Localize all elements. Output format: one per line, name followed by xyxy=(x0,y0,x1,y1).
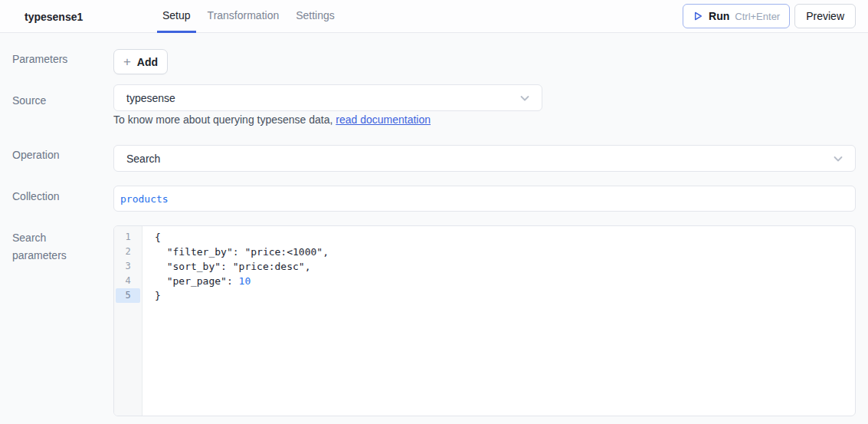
source-value: typesense xyxy=(126,92,175,104)
tab-transformation[interactable]: Transformation xyxy=(202,0,285,33)
query-name[interactable]: typesense1 xyxy=(25,0,83,33)
collection-value: products xyxy=(120,193,169,205)
helper-prefix: To know more about querying typesense da… xyxy=(113,113,336,126)
code-line[interactable]: { xyxy=(155,230,855,245)
query-editor-header: typesense1 SetupTransformationSettings R… xyxy=(0,0,868,33)
run-button[interactable]: Run Ctrl+Enter xyxy=(683,4,790,28)
code-line[interactable]: "per_page": 10 xyxy=(155,274,855,288)
chevron-down-icon xyxy=(519,92,531,104)
editor-gutter: 12345 xyxy=(114,226,142,416)
code-line[interactable]: "sort_by": "price:desc", xyxy=(155,259,855,274)
code-token: } xyxy=(155,290,161,301)
add-label: Add xyxy=(137,56,158,68)
source-label: Source xyxy=(12,92,46,110)
code-token: "per_page": xyxy=(155,275,239,287)
run-shortcut: Ctrl+Enter xyxy=(735,11,780,22)
read-documentation-link[interactable]: read documentation xyxy=(336,113,431,126)
operation-value: Search xyxy=(126,153,160,165)
code-token: "sort_by": "price:desc", xyxy=(155,261,311,272)
chevron-down-icon xyxy=(832,153,844,165)
play-icon xyxy=(693,11,703,21)
search-parameters-label-line2: parameters xyxy=(12,247,67,265)
operation-select[interactable]: Search xyxy=(113,145,856,172)
preview-label: Preview xyxy=(806,10,844,22)
line-number: 1 xyxy=(114,230,142,245)
code-token: { xyxy=(155,232,161,243)
line-number: 5 xyxy=(116,288,140,303)
operation-label: Operation xyxy=(12,146,59,164)
code-token: "filter_by": "price:<1000", xyxy=(155,246,329,258)
code-token: 10 xyxy=(239,275,251,287)
header-actions: Run Ctrl+Enter Preview xyxy=(683,4,856,28)
tabs: SetupTransformationSettings xyxy=(157,0,340,33)
add-parameter-button[interactable]: + Add xyxy=(113,49,168,74)
parameters-label: Parameters xyxy=(12,51,67,68)
line-number: 4 xyxy=(114,274,142,288)
line-number: 3 xyxy=(114,259,142,274)
search-parameters-label-line1: Search xyxy=(12,229,67,247)
run-label: Run xyxy=(709,10,729,22)
source-helper-text: To know more about querying typesense da… xyxy=(113,113,431,126)
plus-icon: + xyxy=(123,55,131,68)
search-parameters-label: Search parameters xyxy=(12,229,67,265)
code-line[interactable]: "filter_by": "price:<1000", xyxy=(155,245,855,259)
collection-label: Collection xyxy=(12,188,59,205)
line-number: 2 xyxy=(114,245,142,259)
tab-setup[interactable]: Setup xyxy=(157,0,196,33)
source-select[interactable]: typesense xyxy=(113,84,542,111)
preview-button[interactable]: Preview xyxy=(794,4,856,28)
collection-input[interactable]: products xyxy=(113,186,856,212)
search-parameters-editor[interactable]: 12345 { "filter_by": "price:<1000", "sor… xyxy=(113,225,856,416)
code-line[interactable]: } xyxy=(155,288,855,303)
editor-code[interactable]: { "filter_by": "price:<1000", "sort_by":… xyxy=(142,226,855,416)
tab-settings[interactable]: Settings xyxy=(290,0,340,33)
